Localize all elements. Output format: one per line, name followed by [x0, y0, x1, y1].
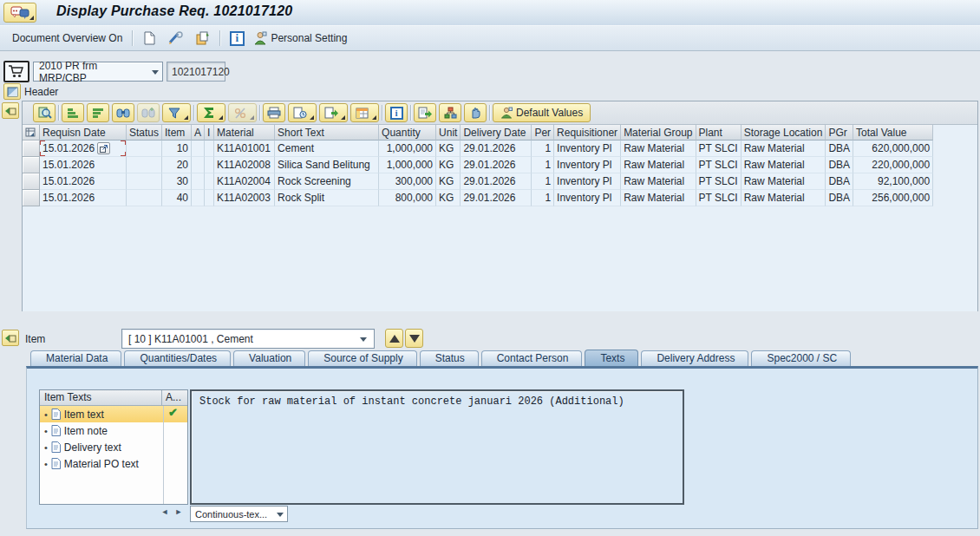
- grid-cell[interactable]: 92,100,000: [853, 173, 933, 190]
- grid-cell[interactable]: K11A02004: [214, 173, 275, 190]
- row-select-button[interactable]: [23, 157, 40, 173]
- text-list-item-item-text[interactable]: •Item text✔: [40, 406, 187, 422]
- grid-cell[interactable]: Raw Material: [621, 190, 696, 206]
- export-file-button[interactable]: [414, 103, 436, 122]
- column-header-requisitioner[interactable]: Requisitioner: [554, 125, 621, 141]
- select-all-header[interactable]: [23, 125, 40, 141]
- gui-services-button[interactable]: [3, 3, 36, 23]
- find-button[interactable]: [112, 103, 134, 122]
- grid-cell[interactable]: [192, 157, 205, 173]
- grid-cell[interactable]: [192, 141, 205, 157]
- column-header-item[interactable]: Item: [162, 125, 192, 141]
- column-header-unit[interactable]: Unit: [436, 125, 461, 141]
- grid-cell[interactable]: PT SLCI: [696, 157, 742, 173]
- grid-cell[interactable]: [127, 157, 162, 173]
- column-header-total-value[interactable]: Total Value: [853, 125, 933, 141]
- grid-cell[interactable]: DBA: [826, 173, 853, 190]
- grid-cell[interactable]: 1: [532, 141, 554, 157]
- grid-cell[interactable]: DBA: [826, 190, 853, 206]
- column-header-plant[interactable]: Plant: [696, 125, 742, 141]
- personal-setting-button[interactable]: Personal Setting: [253, 31, 347, 45]
- grid-cell[interactable]: Rock Split: [275, 190, 379, 206]
- hold-button[interactable]: [464, 103, 487, 122]
- column-header-material-group[interactable]: Material Group: [621, 125, 696, 141]
- views-button[interactable]: [288, 103, 317, 122]
- grid-cell[interactable]: 29.01.2026: [461, 157, 532, 173]
- grid-cell[interactable]: 29.01.2026: [461, 141, 532, 157]
- grid-cell[interactable]: KG: [436, 190, 461, 206]
- tab-delivery-address[interactable]: Delivery Address: [641, 350, 748, 366]
- column-header-material[interactable]: Material: [214, 125, 275, 141]
- grid-cell[interactable]: 40: [162, 190, 192, 206]
- grid-cell[interactable]: Raw Material: [742, 157, 826, 173]
- grid-cell[interactable]: 10: [162, 141, 192, 157]
- total-button[interactable]: [197, 103, 225, 122]
- grid-cell[interactable]: Inventory Pl: [554, 173, 621, 190]
- grid-cell[interactable]: KG: [436, 173, 461, 190]
- cell-detail-button[interactable]: [97, 142, 110, 154]
- grid-cell[interactable]: [192, 173, 205, 190]
- grid-cell[interactable]: 620,000,000: [853, 141, 933, 157]
- row-select-button[interactable]: [23, 141, 40, 157]
- tab-quantities-dates[interactable]: Quantities/Dates: [124, 350, 231, 366]
- text-list-item-material-po-text[interactable]: •Material PO text: [40, 455, 187, 472]
- column-header-i[interactable]: I: [205, 125, 214, 141]
- export-button[interactable]: [319, 103, 348, 122]
- grid-cell[interactable]: [127, 141, 162, 157]
- grid-cell[interactable]: Cement: [275, 141, 379, 157]
- previous-item-button[interactable]: [385, 329, 403, 348]
- grid-cell[interactable]: K11A02008: [214, 157, 275, 173]
- grid-info-button[interactable]: i: [385, 103, 408, 122]
- item-select[interactable]: [ 10 ] K11A01001 , Cement: [121, 329, 375, 349]
- grid-cell[interactable]: K11A02003: [214, 190, 275, 206]
- row-select-button[interactable]: [23, 173, 40, 190]
- grid-cell[interactable]: K11A01001: [214, 141, 275, 157]
- grid-cell[interactable]: Inventory Pl: [554, 190, 621, 206]
- graphic-button[interactable]: [439, 103, 461, 122]
- header-expand-button[interactable]: [3, 83, 21, 100]
- tab-material-data[interactable]: Material Data: [30, 350, 121, 366]
- grid-cell[interactable]: Inventory Pl: [554, 141, 621, 157]
- grid-cell[interactable]: Silica Sand Belitung: [275, 157, 379, 173]
- grid-cell[interactable]: [205, 173, 214, 190]
- shopping-cart-button[interactable]: [3, 61, 29, 82]
- grid-cell[interactable]: Raw Material: [742, 173, 826, 190]
- tab-valuation[interactable]: Valuation: [233, 350, 305, 366]
- grid-cell[interactable]: 29.01.2026: [461, 190, 532, 206]
- grid-cell[interactable]: 256,000,000: [853, 190, 933, 206]
- grid-cell[interactable]: 1,000,000: [379, 141, 436, 157]
- set-filter-button[interactable]: [162, 103, 191, 122]
- grid-cell[interactable]: Raw Material: [621, 157, 696, 173]
- row-select-button[interactable]: [23, 190, 40, 206]
- grid-cell[interactable]: 300,000: [379, 173, 436, 190]
- sort-descending-button[interactable]: [87, 103, 109, 122]
- grid-cell[interactable]: Raw Material: [742, 190, 826, 206]
- text-list-item-delivery-text[interactable]: •Delivery text: [40, 439, 187, 455]
- grid-collapse-button[interactable]: [2, 102, 19, 119]
- item-collapse-button[interactable]: [2, 330, 19, 346]
- scroll-left-button[interactable]: ◄: [159, 506, 171, 518]
- document-type-select[interactable]: 2010 PR frm MRP/CBP: [33, 62, 163, 82]
- grid-cell[interactable]: Inventory Pl: [554, 157, 621, 173]
- grid-cell[interactable]: [127, 173, 162, 190]
- column-header-quantity[interactable]: Quantity: [379, 125, 436, 141]
- grid-cell[interactable]: 1,000,000: [379, 157, 436, 173]
- grid-cell[interactable]: Raw Material: [621, 141, 696, 157]
- grid-cell[interactable]: DBA: [826, 141, 853, 157]
- column-header-delivery-date[interactable]: Delivery Date: [461, 125, 532, 141]
- grid-cell[interactable]: 15.01.2026: [40, 173, 127, 190]
- column-header-per[interactable]: Per: [532, 125, 554, 141]
- column-header-pgr[interactable]: PGr: [826, 125, 853, 141]
- grid-cell[interactable]: 220,000,000: [853, 157, 933, 173]
- grid-cell[interactable]: 29.01.2026: [461, 173, 532, 190]
- grid-cell[interactable]: PT SLCI: [696, 173, 742, 190]
- column-header-status[interactable]: Status: [127, 125, 162, 141]
- tab-texts[interactable]: Texts: [585, 350, 638, 366]
- grid-cell[interactable]: 15.01.2026: [40, 190, 127, 206]
- grid-cell[interactable]: 800,000: [379, 190, 436, 206]
- grid-cell[interactable]: [205, 141, 214, 157]
- grid-cell[interactable]: 15.01.2026: [40, 157, 127, 173]
- sort-ascending-button[interactable]: [62, 103, 84, 122]
- column-header-requisn-date[interactable]: Requisn Date: [40, 125, 127, 141]
- scroll-right-button[interactable]: ►: [173, 506, 185, 518]
